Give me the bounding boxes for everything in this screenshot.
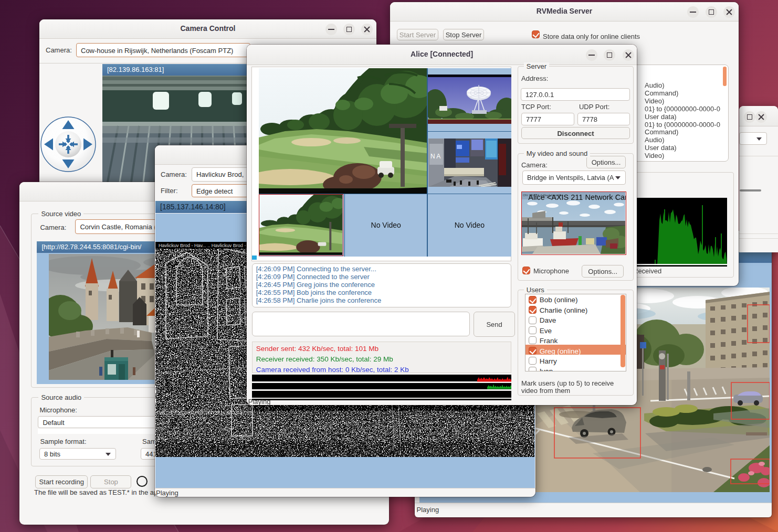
svg-text:N A: N A: [430, 153, 440, 160]
